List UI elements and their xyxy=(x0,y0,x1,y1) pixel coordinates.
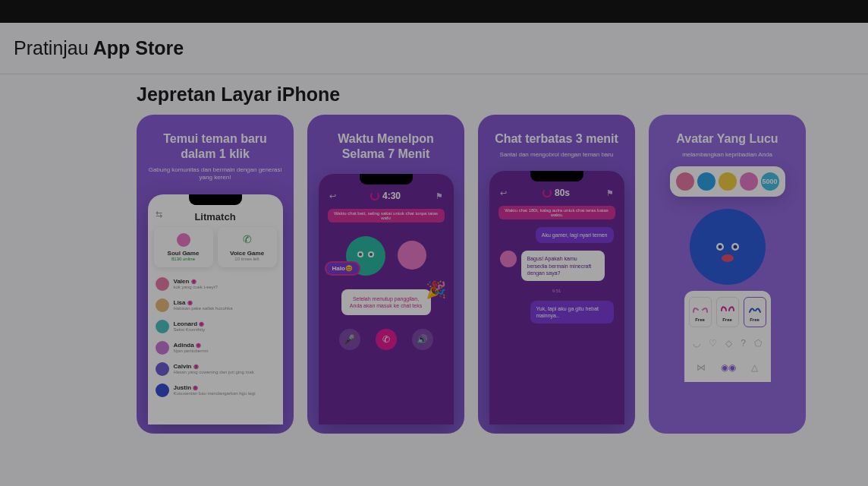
main-avatar xyxy=(690,209,766,285)
friend-text: kok yang cuek t-eeyt? xyxy=(174,285,275,289)
friend-avatar xyxy=(156,362,169,376)
item-price: Free xyxy=(746,317,764,322)
call-buttons: 🎤 ✆ 🔊 xyxy=(325,329,448,350)
halo-badge: Halo😊 xyxy=(325,261,360,276)
call-tip: Setelah menutup panggilan, Anda akan mas… xyxy=(341,289,431,315)
screenshot-4[interactable]: Avatar Yang Lucu melambangkan kepribadia… xyxy=(649,115,806,434)
avatar-option[interactable] xyxy=(697,172,715,191)
flag-icon[interactable]: ⚑ xyxy=(606,188,614,198)
cat-drop-icon[interactable]: ◇ xyxy=(725,338,732,349)
shot3-subtitle: Santai dan mengobrol dengan teman baru xyxy=(500,151,614,159)
back-icon[interactable]: ↩ xyxy=(500,188,507,198)
friend-avatar xyxy=(156,298,169,312)
timer-value: 4:30 xyxy=(382,191,401,201)
timer-icon xyxy=(370,191,379,200)
horn-icon xyxy=(691,302,709,316)
horn-icon xyxy=(719,302,737,316)
callee-avatar xyxy=(398,241,426,270)
friend-text: Kususentan bau mendangarkan hgu tegi xyxy=(174,391,275,396)
chat-avatar-other xyxy=(500,251,517,267)
friend-text: Seksi Kromthity xyxy=(174,327,275,332)
shot3-title: Chat terbatas 3 menit xyxy=(495,131,618,147)
settings-icon: ⇆ xyxy=(156,210,162,219)
friend-name: Calvin ◉ xyxy=(174,363,275,370)
shot1-subtitle: Gabung komunitas dan bermain dengan gene… xyxy=(147,166,283,182)
speaker-button[interactable]: 🔊 xyxy=(412,329,433,350)
friend-name: Valen ◉ xyxy=(174,278,275,285)
avatar-items: Free Free Free ◡ ♡ ◇ ? ⬠ ⋈ ◉◉ △ xyxy=(684,291,771,382)
chat-banner: Waktu chat 180t, kalag aulra untuk chat … xyxy=(498,206,615,219)
timer-icon xyxy=(542,188,552,197)
window-top-bar xyxy=(0,0,868,23)
friend-avatar xyxy=(156,383,169,397)
friend-row[interactable]: Justin ◉ Kususentan bau mendangarkan hgu… xyxy=(154,380,277,401)
chat-timestamp: 9:51 xyxy=(500,289,614,293)
chat-msg-1: Aku gamer, lagi nyari temen xyxy=(500,227,614,243)
flag-icon[interactable]: ⚑ xyxy=(436,191,443,201)
avatar-item[interactable]: Free xyxy=(689,297,712,327)
screenshot-1[interactable]: Temui teman baru dalam 1 klik Gabung kom… xyxy=(137,115,294,434)
phone-notch xyxy=(530,171,583,181)
chat-body: Aku gamer, lagi nyari temen Bagus! Apaka… xyxy=(495,227,618,323)
section-title: Jepretan Layar iPhone xyxy=(0,74,868,115)
friend-name: Leonard ◉ xyxy=(174,320,275,327)
cat-lips-icon[interactable]: ♡ xyxy=(709,338,717,349)
cat-bowtie-icon[interactable]: ⋈ xyxy=(697,362,706,373)
friend-text: Habisan pake sallak hocohka xyxy=(174,306,275,311)
cat-shape-icon[interactable]: ⬠ xyxy=(754,338,762,349)
friend-row[interactable]: Valen ◉ kok yang cuek t-eeyt? xyxy=(154,273,277,295)
friends-list: Valen ◉ kok yang cuek t-eeyt? Lisa ◉ Hab… xyxy=(154,273,277,401)
cat-bell-icon[interactable]: △ xyxy=(751,362,758,373)
category-row-2: ⋈ ◉◉ △ xyxy=(689,359,766,376)
friend-name: Adinda ◉ xyxy=(174,342,275,349)
end-call-button[interactable]: ✆ xyxy=(376,329,397,350)
phone-notch xyxy=(189,194,242,205)
category-row: ◡ ♡ ◇ ? ⬠ xyxy=(689,335,766,352)
avatar-option[interactable] xyxy=(676,172,694,191)
back-icon[interactable]: ↩ xyxy=(329,191,336,201)
soul-game-card[interactable]: Soul Game 8130 online xyxy=(154,227,213,267)
svg-point-9 xyxy=(733,245,737,249)
phone-notch xyxy=(360,174,413,185)
confetti-icon: 🎉 xyxy=(426,280,446,300)
mute-button[interactable]: 🎤 xyxy=(339,329,360,350)
screenshot-3[interactable]: Chat terbatas 3 menit Santai dan mengobr… xyxy=(478,115,635,434)
avatar-option[interactable]: 5000 xyxy=(761,172,779,191)
header-title-bold: App Store xyxy=(93,37,184,59)
chat-msg-3: Yuk, tapi aku ga gitu hebat mainnya.. xyxy=(500,301,614,323)
item-price: Free xyxy=(691,317,709,322)
shot2-phone: ↩ 4:30 ⚑ Waktu chat bett, seling sakat u… xyxy=(319,174,454,424)
avatar-option[interactable] xyxy=(719,172,737,191)
soul-game-icon xyxy=(177,233,190,247)
friend-row[interactable]: Lisa ◉ Habisan pake sallak hocohka xyxy=(154,295,277,316)
friend-row[interactable]: Calvin ◉ Hasan yang cowening dan juri gi… xyxy=(154,358,277,380)
shot3-phone: ↩ 80s ⚑ Waktu chat 180t, kalag aulra unt… xyxy=(489,171,624,424)
screenshots-row[interactable]: Temui teman baru dalam 1 klik Gabung kom… xyxy=(0,115,868,434)
content-area: Pratinjau App Store Jepretan Layar iPhon… xyxy=(0,23,868,486)
friend-name: Lisa ◉ xyxy=(174,299,275,306)
friend-text: Njan pentubernm xyxy=(174,349,275,353)
avatar-item[interactable]: Free xyxy=(716,297,739,327)
svg-point-8 xyxy=(718,245,722,249)
cat-question-icon[interactable]: ? xyxy=(741,338,746,349)
friend-row[interactable]: Adinda ◉ Njan pentubernm xyxy=(154,337,277,358)
shot4-title: Avatar Yang Lucu xyxy=(676,131,778,147)
friend-name: Justin ◉ xyxy=(174,384,275,391)
friend-row[interactable]: Leonard ◉ Seksi Kromthity xyxy=(154,316,277,337)
friend-avatar xyxy=(156,341,169,355)
friend-avatar xyxy=(156,277,169,291)
screenshot-2[interactable]: Waktu Menelpon Selama 7 Menit ↩ 4:30 ⚑ W… xyxy=(307,115,464,434)
horn-icon xyxy=(746,302,764,316)
header-bar: Pratinjau App Store xyxy=(0,23,868,74)
voice-game-card[interactable]: ✆ Voice Game 10 times left xyxy=(218,227,277,267)
svg-marker-5 xyxy=(731,222,741,228)
avatar-item[interactable]: Free xyxy=(744,297,766,327)
avatar-option[interactable] xyxy=(740,172,758,191)
shot4-subtitle: melambangkan kepribadian Anda xyxy=(682,151,772,159)
app-name: Litmatch xyxy=(154,211,277,222)
svg-point-10 xyxy=(722,254,734,262)
cat-eyes-icon[interactable]: ◉◉ xyxy=(721,362,736,373)
voice-game-icon: ✆ xyxy=(241,233,254,247)
shot1-title: Temui teman baru dalam 1 klik xyxy=(163,131,267,162)
cat-glasses-icon[interactable]: ◡ xyxy=(693,338,700,349)
